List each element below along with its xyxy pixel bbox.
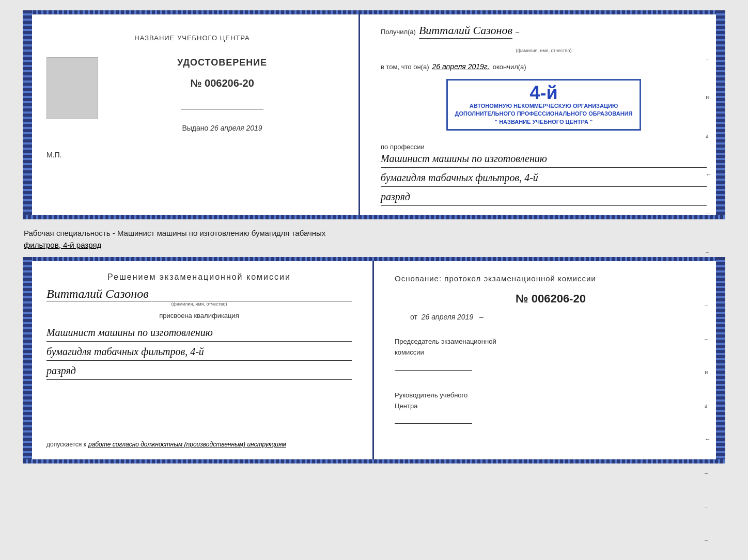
dash1: – [516, 28, 519, 36]
bottom-name-sublabel: (фамилия, имя, отчество) [172, 301, 227, 307]
dopusk-text: работе согласно должностным (производств… [88, 441, 286, 448]
qual-line2: бумагидля табачных фильтров, 4-й [46, 344, 352, 361]
vtom-label: в том, что он(а) [381, 63, 429, 71]
bottom-recipient-name: Витталий Сазонов [46, 287, 352, 301]
i-label: и [706, 93, 712, 101]
vtom-date: 26 апреля 2019г. [432, 62, 489, 71]
stamp-number: 4-й [455, 84, 633, 102]
bottom-name-block: Витталий Сазонов (фамилия, имя, отчество… [46, 287, 352, 307]
qualification-block: Машинист машины по изготовлению бумагидл… [46, 325, 352, 380]
profession-line2: бумагидля табачных фильтров, 4-й [381, 170, 707, 187]
predsedatel-line2: комиссии [395, 347, 707, 358]
a-label: а [706, 132, 712, 140]
b-dash3: – [705, 469, 711, 477]
stamp-line3: " НАЗВАНИЕ УЧЕБНОГО ЦЕНТРА " [455, 118, 633, 126]
dopusk-line: допускается к работе согласно должностны… [46, 441, 352, 448]
specialty-label-block: Рабочая специальность - Машинист машины … [23, 225, 725, 252]
profession-line1: Машинист машины по изготовлению [381, 151, 707, 168]
poluchil-label: Получил(а) [381, 28, 416, 36]
b-a-label: а [705, 402, 711, 410]
arrow-label: ← [706, 171, 712, 179]
bottom-wrapper: Решением экзаменационной комиссии Виттал… [23, 257, 725, 463]
resheniem-title: Решением экзаменационной комиссии [46, 273, 352, 282]
udostoverenie-label: УДОСТОВЕРЕНИЕ [177, 57, 267, 68]
dopuskaetsya-label: допускается к [46, 441, 86, 448]
diploma-top-wrapper: НАЗВАНИЕ УЧЕБНОГО ЦЕНТРА УДОСТОВЕРЕНИЕ №… [23, 10, 725, 219]
bottom-side-labels: – – и а ← – – – [705, 301, 711, 544]
predsedatel-signature-line [395, 360, 472, 371]
po-professii-label: по профессии [381, 143, 707, 151]
bottom-left-panel: Решением экзаменационной комиссии Виттал… [26, 260, 374, 460]
photo-placeholder [46, 57, 98, 119]
dash-r3: – [706, 248, 712, 256]
predsedatel-line1: Председатель экзаменационной [395, 337, 707, 347]
ot-label: от [410, 313, 417, 321]
bottom-number: № 006206-20 [395, 292, 707, 306]
b-dash2: – [705, 335, 711, 343]
b-dash4: – [705, 503, 711, 510]
center-title: НАЗВАНИЕ УЧЕБНОГО ЦЕНТРА [134, 34, 250, 42]
dash-r1: – [706, 55, 712, 62]
dopusk-block: допускается к работе согласно должностны… [46, 430, 352, 448]
dash-ot: – [479, 313, 484, 321]
profession-line3: разряд [381, 189, 707, 206]
recipient-name: Витталий Сазонов [419, 24, 512, 39]
diploma-top: НАЗВАНИЕ УЧЕБНОГО ЦЕНТРА УДОСТОВЕРЕНИЕ №… [23, 10, 725, 219]
dash-r2: – [706, 210, 712, 217]
specialty-underline: фильтров, 4-й разряд [24, 241, 101, 249]
po-professii-section: по профессии Машинист машины по изготовл… [381, 143, 707, 206]
mp-label: М.П. [46, 151, 62, 159]
stamp-line2: ДОПОЛНИТЕЛЬНОГО ПРОФЕССИОНАЛЬНОГО ОБРАЗО… [455, 110, 633, 118]
vydano-label: Выдано [182, 124, 208, 132]
bottom-right-panel: Основание: протокол экзаменационной коми… [374, 260, 722, 460]
vtom-section: в том, что он(а) 26 апреля 2019г. окончи… [381, 62, 707, 71]
stamp-line1: АВТОНОМНУЮ НЕКОММЕРЧЕСКУЮ ОРГАНИЗАЦИЮ [455, 102, 633, 110]
stamp-box: 4-й АВТОНОМНУЮ НЕКОММЕРЧЕСКУЮ ОРГАНИЗАЦИ… [446, 79, 642, 131]
bottom-container: Решением экзаменационной комиссии Виттал… [23, 257, 725, 463]
rukovoditel-signature-line [395, 413, 472, 424]
b-arrow: ← [705, 436, 711, 443]
diploma-right-panel: Получил(а) Витталий Сазонов – (фамилия, … [360, 13, 722, 216]
left-border-bar [23, 10, 32, 219]
stamp-area: 4-й АВТОНОМНУЮ НЕКОММЕРЧЕСКУЮ ОРГАНИЗАЦИ… [381, 79, 707, 131]
b-i-label: и [705, 369, 711, 376]
bottom-left-border-bar [23, 257, 32, 463]
rukovoditel-block: Руководитель учебного Центра [395, 390, 707, 424]
name-sublabel: (фамилия, имя, отчество) [381, 45, 707, 54]
predsedatel-block: Председатель экзаменационной комиссии [395, 337, 707, 371]
b-dash5: – [705, 536, 711, 544]
udostoverenie-number: № 006206-20 [190, 77, 254, 89]
rukovoditel-line2: Центра [395, 401, 707, 412]
okonchil-label: окончил(а) [493, 63, 526, 71]
right-border-bar [716, 10, 725, 219]
vydano-line: Выдано 26 апреля 2019 [182, 124, 262, 132]
prisvoena-label: присвоена квалификация [46, 312, 352, 319]
ot-line: от 26 апреля 2019 – [395, 313, 707, 321]
rukovoditel-line1: Руководитель учебного [395, 390, 707, 401]
diploma-left-panel: НАЗВАНИЕ УЧЕБНОГО ЦЕНТРА УДОСТОВЕРЕНИЕ №… [26, 13, 360, 216]
bottom-right-border-bar [716, 257, 725, 463]
qual-line1: Машинист машины по изготовлению [46, 325, 352, 342]
vydano-date: 26 апреля 2019 [210, 124, 262, 132]
qual-line3: разряд [46, 363, 352, 380]
specialty-text: Рабочая специальность - Машинист машины … [24, 229, 325, 237]
b-dash1: – [705, 301, 711, 309]
poluchil-section: Получил(а) Витталий Сазонов – [381, 24, 707, 39]
osnovanie-text: Основание: протокол экзаменационной коми… [395, 273, 707, 285]
ot-date: 26 апреля 2019 [422, 313, 473, 321]
